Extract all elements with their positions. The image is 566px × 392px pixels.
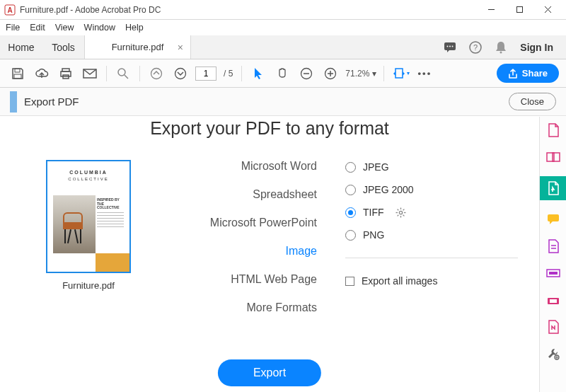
panel-handle[interactable] [10, 91, 17, 113]
fit-width-icon[interactable]: ▾ [390, 63, 411, 84]
svg-rect-3 [516, 7, 522, 13]
svg-rect-40 [550, 299, 557, 303]
tab-strip: Home Tools Furniture.pdf × ? Sign In [0, 35, 566, 59]
radio-tiff[interactable]: TIFF [345, 207, 539, 218]
rail-protect-icon[interactable] [545, 292, 561, 308]
sign-in-button[interactable]: Sign In [520, 42, 553, 53]
search-icon[interactable] [112, 63, 134, 84]
thumbnail-label: Furniture.pdf [62, 280, 115, 291]
menu-view[interactable]: View [55, 23, 74, 33]
save-icon[interactable] [7, 63, 28, 84]
svg-rect-30 [395, 69, 403, 78]
title-bar: A Furniture.pdf - Adobe Acrobat Pro DC [0, 0, 566, 20]
tab-document-label: Furniture.pdf [112, 42, 164, 52]
pointer-icon[interactable] [248, 63, 269, 84]
menu-edit[interactable]: Edit [30, 23, 45, 33]
help-icon[interactable]: ? [469, 41, 482, 54]
share-icon [508, 69, 518, 79]
format-powerpoint[interactable]: Microsoft PowerPoint [210, 217, 317, 229]
format-list: Microsoft Word Spreadsheet Microsoft Pow… [177, 160, 325, 314]
svg-rect-18 [61, 71, 71, 76]
menu-file[interactable]: File [6, 23, 20, 33]
tab-tools[interactable]: Tools [42, 35, 85, 59]
format-more[interactable]: More Formats [246, 301, 317, 314]
format-image[interactable]: Image [286, 245, 317, 258]
svg-point-23 [151, 68, 162, 79]
divider [345, 258, 518, 258]
radio-jpeg[interactable]: JPEG [345, 161, 539, 173]
svg-line-51 [403, 209, 404, 210]
toolbar: / 5 71.2%▾ ▾ ••• Share [0, 59, 566, 88]
right-rail [539, 117, 566, 392]
document-thumbnail[interactable]: COLUMBIA COLLECTIVE INSPIRED BY THE COLL… [46, 160, 131, 273]
menu-help[interactable]: Help [125, 23, 144, 33]
app-icon: A [4, 4, 16, 16]
zoom-level[interactable]: 71.2%▾ [345, 69, 376, 79]
radio-png[interactable]: PNG [345, 229, 539, 241]
svg-point-10 [452, 45, 454, 47]
comment-icon[interactable] [444, 41, 456, 54]
maximize-button[interactable] [505, 1, 533, 19]
svg-rect-38 [549, 272, 558, 275]
rail-export-pdf-icon[interactable] [540, 176, 567, 200]
menu-bar: File Edit View Window Help [0, 20, 566, 35]
panel-bar: Export PDF Close [0, 88, 566, 116]
rail-comment-icon[interactable] [545, 212, 561, 227]
menu-window[interactable]: Window [84, 23, 115, 33]
export-button[interactable]: Export [218, 359, 321, 386]
hand-icon[interactable] [272, 63, 293, 84]
rail-combine-icon[interactable] [545, 149, 561, 165]
tab-document[interactable]: Furniture.pdf × [85, 35, 191, 59]
svg-text:?: ? [473, 43, 478, 52]
page-up-icon[interactable] [146, 63, 167, 84]
rail-optimize-icon[interactable] [545, 319, 561, 335]
export-panel: Export your PDF to any format COLUMBIA C… [0, 117, 539, 392]
window-title: Furniture.pdf - Adobe Acrobat Pro DC [20, 5, 477, 15]
page-down-icon[interactable] [170, 63, 191, 84]
rail-redact-icon[interactable] [545, 265, 561, 281]
svg-point-13 [500, 51, 502, 53]
page-total: / 5 [224, 69, 233, 79]
svg-point-8 [447, 45, 449, 47]
close-window-button[interactable] [533, 1, 562, 19]
minimize-button[interactable] [477, 1, 505, 19]
svg-marker-34 [550, 221, 553, 224]
format-word[interactable]: Microsoft Word [241, 160, 317, 173]
format-spreadsheet[interactable]: Spreadsheet [253, 188, 317, 201]
print-icon[interactable] [55, 63, 76, 84]
svg-point-44 [399, 211, 402, 214]
svg-text:A: A [7, 6, 12, 14]
rail-organize-icon[interactable] [545, 238, 561, 254]
export-headline: Export your PDF to any format [150, 118, 389, 139]
zoom-out-icon[interactable] [296, 63, 317, 84]
mail-icon[interactable] [79, 63, 100, 84]
tab-home[interactable]: Home [0, 35, 42, 59]
svg-point-24 [175, 68, 186, 79]
svg-line-49 [397, 209, 398, 210]
svg-line-22 [125, 75, 128, 79]
more-icon[interactable]: ••• [414, 63, 435, 84]
format-html[interactable]: HTML Web Page [231, 273, 317, 286]
tab-close-icon[interactable]: × [178, 42, 183, 53]
svg-rect-15 [14, 74, 21, 79]
gear-icon[interactable] [395, 207, 406, 218]
rail-create-pdf-icon[interactable] [545, 122, 561, 138]
svg-rect-33 [548, 214, 559, 221]
image-options: JPEG JPEG 2000 TIFF PNG Export all image… [325, 160, 539, 314]
rail-more-tools-icon[interactable] [545, 346, 561, 362]
radio-jpeg2000[interactable]: JPEG 2000 [345, 184, 539, 195]
page-number-input[interactable] [195, 67, 216, 81]
bell-icon[interactable] [495, 41, 507, 54]
svg-point-21 [118, 69, 125, 76]
checkbox-export-all[interactable]: Export all images [345, 275, 539, 287]
panel-title: Export PDF [24, 96, 79, 108]
svg-line-50 [403, 214, 404, 216]
close-panel-button[interactable]: Close [509, 93, 556, 110]
cloud-icon[interactable] [31, 63, 52, 84]
share-button[interactable]: Share [497, 64, 559, 83]
svg-line-52 [397, 214, 398, 216]
zoom-in-icon[interactable] [320, 63, 341, 84]
svg-point-9 [449, 45, 451, 47]
caret-down-icon: ▾ [372, 69, 376, 79]
